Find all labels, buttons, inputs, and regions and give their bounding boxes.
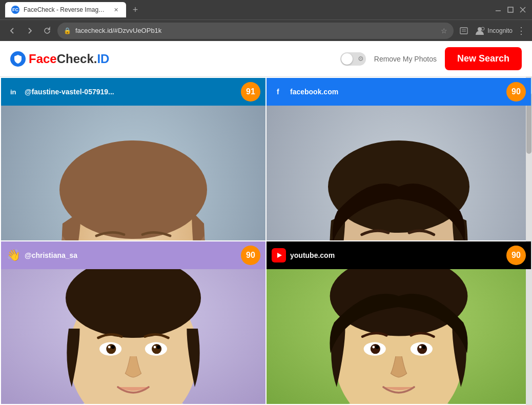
svg-point-56 — [157, 345, 160, 349]
logo-id: ID — [97, 52, 109, 66]
logo-face: Face — [29, 52, 57, 66]
logo-text: FaceCheck.ID — [29, 52, 109, 66]
card-header-2: f facebook.com 90 — [267, 78, 531, 106]
incognito-icon — [474, 25, 485, 36]
toggle-wrap: ⚙ — [340, 52, 366, 66]
svg-point-58 — [154, 346, 156, 349]
face-illustration-2 — [267, 100, 531, 240]
window-controls — [494, 6, 527, 14]
svg-rect-4 — [460, 28, 467, 34]
minimize-button[interactable] — [494, 6, 502, 14]
card-header-1: in @faustine-vastel-057919... 91 — [1, 78, 265, 106]
logo-shield-icon — [10, 51, 26, 67]
privacy-toggle[interactable]: ⚙ — [340, 52, 366, 66]
svg-point-68 — [371, 344, 380, 354]
bookmark-icon[interactable]: ☆ — [441, 27, 447, 35]
back-button[interactable] — [5, 24, 19, 38]
reload-button[interactable] — [40, 24, 54, 38]
results-grid: in @faustine-vastel-057919... 91 — [0, 77, 532, 405]
svg-point-72 — [372, 346, 375, 349]
face-illustration-4 — [267, 264, 531, 404]
svg-point-70 — [375, 345, 379, 349]
card-header-3: 👋 @christiana_sa 90 — [1, 241, 265, 269]
card-header-4: youtube.com 90 — [267, 241, 531, 269]
result-card-4[interactable]: youtube.com 90 — [266, 241, 532, 405]
card-2-score: 90 — [506, 82, 526, 102]
tab-title: FaceCheck - Reverse Image Searc... — [24, 6, 106, 13]
card-1-username: @faustine-vastel-057919... — [25, 88, 237, 96]
page-scrollbar[interactable] — [526, 77, 532, 405]
face-illustration-1 — [1, 100, 265, 240]
svg-rect-1 — [508, 7, 513, 12]
card-4-score: 90 — [506, 246, 526, 265]
result-card-1[interactable]: in @faustine-vastel-057919... 91 — [0, 77, 266, 241]
incognito-label: Incognito — [487, 27, 513, 34]
card-3-score: 90 — [241, 246, 260, 265]
svg-point-73 — [419, 346, 422, 349]
youtube-icon — [272, 248, 286, 262]
svg-text:f: f — [277, 88, 279, 96]
browser-tab[interactable]: FC FaceCheck - Reverse Image Searc... ✕ — [5, 2, 126, 17]
card-4-username: youtube.com — [290, 251, 502, 259]
reader-mode-button[interactable] — [457, 24, 471, 38]
url-text: facecheck.id/#DzvvUeOPb1k — [75, 27, 437, 34]
address-bar[interactable]: 🔒 facecheck.id/#DzvvUeOPb1k ☆ — [57, 23, 454, 39]
chrome-menu-button[interactable]: ⋮ — [516, 25, 527, 36]
card-3-username: @christiana_sa — [25, 251, 237, 259]
card-2-username: facebook.com — [290, 88, 502, 96]
result-card-2[interactable]: f facebook.com 90 — [266, 77, 532, 241]
svg-text:in: in — [10, 88, 16, 96]
svg-point-8 — [481, 27, 484, 30]
remove-photos-button[interactable]: Remove My Photos — [374, 55, 437, 63]
linkedin-icon: in — [6, 85, 21, 99]
facebook-icon: f — [272, 85, 286, 99]
maximize-button[interactable] — [506, 6, 515, 14]
navigation-bar: 🔒 facecheck.id/#DzvvUeOPb1k ☆ Incognito … — [0, 19, 532, 41]
lock-icon: 🔒 — [64, 27, 71, 34]
site-header: FaceCheck.ID ⚙ Remove My Photos New Sear… — [0, 41, 532, 77]
svg-point-57 — [108, 346, 111, 349]
tab-favicon: FC — [11, 6, 19, 14]
page-content: FaceCheck.ID ⚙ Remove My Photos New Sear… — [0, 41, 532, 405]
result-card-3[interactable]: 👋 @christiana_sa 90 — [0, 241, 266, 405]
title-bar: FC FaceCheck - Reverse Image Searc... ✕ … — [0, 0, 532, 19]
svg-point-71 — [422, 345, 426, 349]
svg-point-54 — [152, 344, 161, 354]
card-1-score: 91 — [241, 82, 260, 102]
new-search-button[interactable]: New Search — [445, 47, 522, 70]
toggle-thumb — [341, 53, 353, 65]
logo-check: Check — [57, 52, 94, 66]
snapchat-icon: 👋 — [6, 248, 21, 262]
incognito-badge: Incognito — [474, 25, 513, 36]
close-window-button[interactable] — [519, 6, 527, 14]
svg-point-15 — [59, 140, 207, 239]
svg-point-55 — [111, 345, 115, 349]
tab-close-button[interactable]: ✕ — [112, 6, 120, 14]
forward-button[interactable] — [23, 24, 37, 38]
svg-point-69 — [417, 344, 427, 354]
nav-right-controls: Incognito ⋮ — [457, 24, 527, 38]
new-tab-button[interactable]: + — [128, 3, 142, 17]
site-logo[interactable]: FaceCheck.ID — [10, 51, 109, 67]
face-illustration-3 — [1, 264, 265, 404]
gear-icon: ⚙ — [358, 55, 364, 63]
svg-point-53 — [106, 344, 116, 354]
header-right: ⚙ Remove My Photos New Search — [340, 47, 522, 70]
